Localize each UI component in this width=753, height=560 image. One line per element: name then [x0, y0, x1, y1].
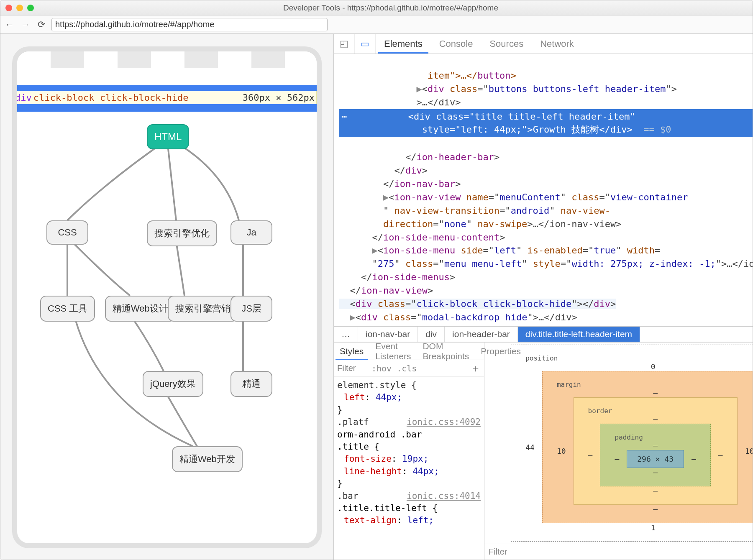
border-left: –	[588, 451, 593, 460]
margin-bottom: –	[557, 505, 753, 514]
tree-node[interactable]: 搜索引擎优化	[147, 220, 217, 246]
breadcrumb-item[interactable]: ion-header-bar	[445, 327, 518, 342]
skill-tree-canvas[interactable]: HTML CSS 搜索引擎优化 Ja CSS 工具 精通Web设计 搜索引擎营销…	[17, 112, 317, 530]
border-top: –	[588, 415, 723, 424]
padding-top: –	[615, 441, 696, 450]
tab-event-listeners[interactable]: Event Listeners	[369, 343, 417, 360]
breadcrumb: … ion-nav-bar div ion-header-bar div.tit…	[334, 326, 753, 342]
computed-footer: Filter Show all	[484, 544, 753, 560]
pos-left: 44	[525, 443, 535, 452]
tree-node[interactable]: CSS 工具	[40, 296, 95, 322]
padding-right: –	[692, 455, 696, 463]
minimize-icon[interactable]	[16, 5, 23, 11]
status-bar	[17, 51, 317, 68]
tooltip-classes: click-block click-block-hide	[33, 92, 189, 103]
forward-button[interactable]: →	[20, 19, 31, 31]
margin-left: 10	[557, 447, 566, 455]
tree-node[interactable]: 搜索引擎营销	[168, 296, 238, 322]
maximize-icon[interactable]	[27, 5, 34, 11]
browser-toolbar: ← → ⟳ https://phodal.github.io/motree/#/…	[0, 15, 753, 34]
margin-top: –	[557, 389, 753, 397]
reload-button[interactable]: ⟳	[36, 19, 47, 31]
tab-network[interactable]: Network	[532, 34, 582, 54]
border-right: –	[718, 451, 723, 460]
tab-elements[interactable]: Elements	[376, 34, 431, 54]
url-text: https://phodal.github.io/motree/#/app/ho…	[55, 20, 214, 29]
styles-tabs: Styles Event Listeners DOM Breakpoints P…	[334, 343, 484, 360]
tooltip-dims: 360px × 562px	[243, 92, 315, 103]
close-icon[interactable]	[5, 5, 12, 11]
pos-label: position	[525, 354, 753, 362]
tab-dom-breakpoints[interactable]: DOM Breakpoints	[417, 343, 475, 360]
elements-tree[interactable]: item">…</button> ▶<div class="buttons bu…	[334, 54, 753, 326]
selected-element-row[interactable]: ⋯ <div class="title title-left header-it…	[339, 109, 753, 138]
tab-styles[interactable]: Styles	[334, 343, 369, 360]
device-frame: div click-block click-block-hide 360px ×…	[12, 46, 322, 548]
tree-node[interactable]: 精通Web开发	[172, 446, 243, 472]
tree-node[interactable]: Ja	[231, 220, 272, 245]
tree-node[interactable]: CSS	[46, 220, 88, 245]
breadcrumb-item[interactable]: …	[334, 327, 358, 342]
tab-sources[interactable]: Sources	[481, 34, 532, 54]
device-mode-icon[interactable]: ▭	[355, 34, 376, 54]
computed-filter-label[interactable]: Filter	[489, 547, 507, 557]
tree-node[interactable]: jQuery效果	[143, 371, 203, 397]
boxmodel-diagram[interactable]: position 0 44 margin – 10	[484, 343, 753, 544]
back-button[interactable]: ←	[4, 19, 15, 31]
breadcrumb-item[interactable]: ion-nav-bar	[358, 327, 418, 342]
hov-toggle[interactable]: :hov	[371, 363, 392, 373]
tree-node[interactable]: JS层	[231, 296, 272, 322]
css-rules[interactable]: element.style { left: 44px; } .platfioni…	[334, 377, 484, 560]
pos-bottom: 1	[525, 523, 753, 532]
styles-filterbar: :hov .cls ＋	[334, 360, 484, 377]
tree-node[interactable]: 精通Web设计	[105, 296, 176, 322]
border-bottom: –	[588, 486, 723, 495]
styles-filter-input[interactable]	[337, 363, 366, 373]
url-input[interactable]: https://phodal.github.io/motree/#/app/ho…	[51, 18, 328, 31]
inspect-tooltip: div click-block click-block-hide 360px ×…	[13, 91, 317, 104]
window-title: Developer Tools - https://phodal.github.…	[34, 3, 748, 13]
padding-left: –	[615, 455, 619, 463]
boxmodel-panel: position 0 44 margin – 10	[484, 343, 753, 560]
pos-top: 0	[525, 362, 753, 371]
inspect-icon[interactable]: ◰	[334, 34, 355, 54]
devtools-panel: ◰ ▭ Elements Console Sources Network » ✕…	[333, 34, 753, 560]
tab-console[interactable]: Console	[431, 34, 482, 54]
styles-panel: Styles Event Listeners DOM Breakpoints P…	[334, 343, 484, 560]
breadcrumb-item-active[interactable]: div.title.title-left.header-item	[518, 327, 640, 342]
padding-bottom: –	[615, 468, 696, 477]
tree-node-root[interactable]: HTML	[147, 124, 189, 149]
margin-right: 10	[745, 447, 753, 455]
devtools-tabs: ◰ ▭ Elements Console Sources Network » ✕…	[334, 34, 753, 54]
border-label: border	[588, 407, 723, 415]
margin-label: margin	[557, 381, 753, 389]
content-size: 296 × 43	[627, 450, 684, 468]
device-preview-pane: div click-block click-block-hide 360px ×…	[0, 34, 333, 560]
add-rule-icon[interactable]: ＋	[471, 362, 481, 375]
breadcrumb-item[interactable]: div	[418, 327, 445, 342]
tooltip-tag: div	[15, 92, 32, 103]
padding-label: padding	[615, 433, 696, 441]
tree-node[interactable]: 精通	[231, 371, 272, 397]
cls-toggle[interactable]: .cls	[397, 363, 417, 373]
window-titlebar: Developer Tools - https://phodal.github.…	[0, 0, 753, 15]
